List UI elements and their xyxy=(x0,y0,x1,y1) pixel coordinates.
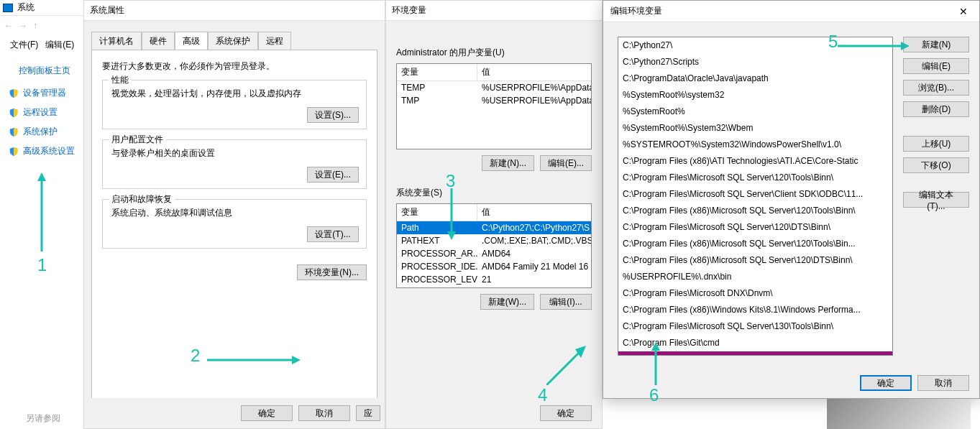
tab[interactable]: 计算机名 xyxy=(91,32,142,50)
group-title: 用户配置文件 xyxy=(109,134,166,146)
tab[interactable]: 硬件 xyxy=(142,32,175,50)
apply-button[interactable]: 应 xyxy=(356,405,380,421)
table-row[interactable]: PATHEXT.COM;.EXE;.BAT;.CMD;.VBS; xyxy=(397,234,591,247)
window-title: 系统 xyxy=(17,1,35,14)
group-userprofile: 用户配置文件 与登录帐户相关的桌面设置 设置(E)... xyxy=(102,139,367,189)
list-item[interactable]: C:\Program Files (x86)\Microsoft SQL Ser… xyxy=(618,203,892,219)
list-item[interactable]: %SYSTEMROOT%\System32\WindowsPowerShell\… xyxy=(618,137,892,153)
ok-button[interactable]: 确定 xyxy=(540,405,592,421)
path-list[interactable]: C:\Python27\C:\Python27\ScriptsC:\Progra… xyxy=(618,37,893,356)
list-item[interactable]: C:\ProgramData\Oracle\Java\javapath xyxy=(618,70,892,87)
cell-var: PROCESSOR_IDE... xyxy=(397,260,477,273)
env-vars-button[interactable]: 环境变量(N)... xyxy=(297,264,367,280)
table-row[interactable]: PROCESSOR_LEV...21 xyxy=(397,273,591,286)
close-icon[interactable]: ✕ xyxy=(948,1,979,22)
decorative-shadow xyxy=(827,399,971,429)
list-item[interactable]: %USERPROFILE%\.dnx\bin xyxy=(618,269,892,285)
moveup-button[interactable]: 上移(U) xyxy=(903,136,969,152)
ok-button[interactable]: 确定 xyxy=(860,375,912,391)
cancel-button[interactable]: 取消 xyxy=(298,405,350,421)
menu-file[interactable]: 文件(F) xyxy=(10,39,38,51)
shield-icon xyxy=(9,147,19,157)
cell-val: %USERPROFILE%\AppData\ xyxy=(477,94,591,107)
title-bar: 系统 xyxy=(0,0,83,16)
cell-val: AMD64 Family 21 Model 16 xyxy=(477,260,591,273)
tab[interactable]: 高级 xyxy=(175,32,208,50)
nav-arrows: ← → ↑ xyxy=(0,16,83,36)
list-item[interactable]: %SystemRoot% xyxy=(618,103,892,120)
edit-button[interactable]: 编辑(E)... xyxy=(540,155,592,171)
list-item[interactable]: C:\Program Files\Microsoft SQL Server\13… xyxy=(618,318,892,335)
shield-icon xyxy=(9,127,19,137)
dialog-title: 环境变量 xyxy=(386,1,602,21)
browse-button[interactable]: 浏览(B)... xyxy=(903,80,969,96)
control-panel-home[interactable]: 控制面板主页 xyxy=(19,65,78,77)
user-vars-table[interactable]: 变量 值 TEMP%USERPROFILE%\AppData\TMP%USERP… xyxy=(396,63,592,149)
sidebar-link[interactable]: 高级系统设置 xyxy=(9,145,78,157)
list-item[interactable]: %SystemRoot%\System32\Wbem xyxy=(618,120,892,137)
col-var[interactable]: 变量 xyxy=(397,64,477,80)
sidebar-link[interactable]: 设备管理器 xyxy=(9,87,78,99)
see-also: 另请参阅 xyxy=(26,412,60,425)
col-var[interactable]: 变量 xyxy=(397,204,477,221)
intro-text: 要进行大多数更改，你必须作为管理员登录。 xyxy=(102,60,367,73)
list-item[interactable]: C:\Program Files (x86)\ATI Technologies\… xyxy=(618,153,892,170)
table-row[interactable]: TMP%USERPROFILE%\AppData\ xyxy=(397,94,591,107)
edittext-button[interactable]: 编辑文本(T)... xyxy=(903,192,969,208)
tab[interactable]: 远程 xyxy=(258,32,291,50)
settings-button[interactable]: 设置(T)... xyxy=(307,226,359,242)
sys-vars-label: 系统变量(S) xyxy=(396,187,592,199)
group-startup: 启动和故障恢复 系统启动、系统故障和调试信息 设置(T)... xyxy=(102,199,367,249)
shield-icon xyxy=(9,108,19,118)
group-desc: 与登录帐户相关的桌面设置 xyxy=(111,147,357,160)
title-bar: 编辑环境变量 ✕ xyxy=(603,1,979,22)
list-item[interactable]: C:\Python27\ xyxy=(618,37,892,54)
table-row[interactable]: PROCESSOR_IDE...AMD64 Family 21 Model 16 xyxy=(397,260,591,273)
col-val[interactable]: 值 xyxy=(477,204,591,221)
table-row[interactable]: TEMP%USERPROFILE%\AppData\ xyxy=(397,81,591,94)
new-button[interactable]: 新建(N) xyxy=(903,37,969,52)
up-icon[interactable]: ↑ xyxy=(33,21,37,31)
list-item[interactable]: C:\Program Files (x86)\Microsoft SQL Ser… xyxy=(618,252,892,269)
cancel-button[interactable]: 取消 xyxy=(917,375,969,391)
cell-val: %USERPROFILE%\AppData\ xyxy=(477,81,591,94)
table-row[interactable]: PathC:\Python27\;C:\Python27\S xyxy=(397,221,591,234)
movedown-button[interactable]: 下移(O) xyxy=(903,157,969,173)
back-icon[interactable]: ← xyxy=(4,21,13,31)
settings-button[interactable]: 设置(E)... xyxy=(307,167,359,183)
link-label: 系统保护 xyxy=(23,126,58,138)
sidebar-link[interactable]: 远程设置 xyxy=(9,106,78,119)
table-row[interactable]: PROCESSOR_AR...AMD64 xyxy=(397,247,591,260)
cell-var: PATHEXT xyxy=(397,234,477,247)
ok-button[interactable]: 确定 xyxy=(241,405,293,421)
col-val[interactable]: 值 xyxy=(477,64,591,80)
list-item[interactable]: C:\Python27\Scripts xyxy=(618,54,892,70)
new-button[interactable]: 新建(N)... xyxy=(482,155,534,171)
menu-edit[interactable]: 编辑(E) xyxy=(45,39,74,51)
group-desc: 系统启动、系统故障和调试信息 xyxy=(111,207,357,219)
edit-button[interactable]: 编辑(I)... xyxy=(540,294,592,310)
delete-button[interactable]: 删除(D) xyxy=(903,101,969,117)
list-item[interactable]: C:\Program Files\Git\cmd xyxy=(618,335,892,351)
settings-button[interactable]: 设置(S)... xyxy=(307,107,359,123)
tab[interactable]: 系统保护 xyxy=(208,32,258,50)
list-item[interactable]: C:\Program Files\Microsoft SQL Server\12… xyxy=(618,219,892,236)
sys-vars-table[interactable]: 变量 值 PathC:\Python27\;C:\Python27\SPATHE… xyxy=(396,203,592,288)
list-item[interactable]: C:\Program Files\Microsoft DNX\Dnvm\ xyxy=(618,285,892,302)
list-item[interactable]: %SystemRoot%\system32 xyxy=(618,87,892,103)
system-panel: 系统 ← → ↑ 文件(F) 编辑(E) 控制面板主页 设备管理器远程设置系统保… xyxy=(0,0,83,429)
sidebar-link[interactable]: 系统保护 xyxy=(9,126,78,138)
tabstrip: 计算机名硬件高级系统保护远程 xyxy=(84,21,385,50)
list-item[interactable]: C:\Program Files\Microsoft SQL Server\12… xyxy=(618,170,892,186)
list-item[interactable]: C:\Program Files (x86)\Microsoft SQL Ser… xyxy=(618,236,892,252)
computer-icon xyxy=(3,4,13,12)
menubar: 文件(F) 编辑(E) xyxy=(0,36,83,53)
forward-icon[interactable]: → xyxy=(19,21,27,31)
list-item[interactable]: C:\Program Files\Microsoft SQL Server\Cl… xyxy=(618,186,892,203)
new-button[interactable]: 新建(W)... xyxy=(480,294,534,310)
cell-val: C:\Python27\;C:\Python27\S xyxy=(477,221,591,234)
edit-button[interactable]: 编辑(E) xyxy=(903,58,969,74)
side-buttons: 新建(N) 编辑(E) 浏览(B)... 删除(D) 上移(U) 下移(O) 编… xyxy=(903,37,969,356)
list-item[interactable]: C:\Program Files (x86)\Windows Kits\8.1\… xyxy=(618,302,892,318)
list-item[interactable]: A:\MinGW\bin\ xyxy=(618,351,892,356)
